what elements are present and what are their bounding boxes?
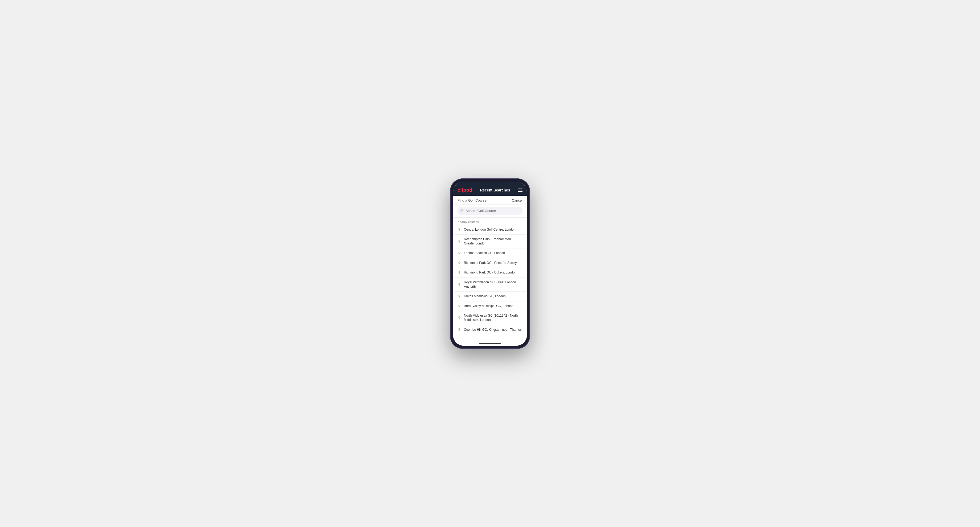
cancel-button[interactable]: Cancel [512,198,522,202]
home-indicator [453,341,527,346]
course-name: North Middlesex GC (1011942 - North Midd… [464,314,522,322]
location-pin-icon [458,228,461,232]
status-bar [453,182,527,185]
course-name: London Scottish GC, London [464,251,505,256]
location-pin-icon [458,316,461,320]
nav-title: Recent Searches [480,188,510,192]
search-icon [460,209,464,213]
search-container [453,205,527,217]
svg-line-1 [463,211,464,212]
nearby-label: Nearby courses [453,217,527,225]
menu-icon[interactable] [518,189,522,192]
course-name: Dukes Meadows GC, London [464,294,506,298]
app-logo: clippd [458,187,473,193]
list-item[interactable]: Brent Valley Municipal GC, London [453,302,527,311]
list-item[interactable]: Roehampton Club - Roehampton, Greater Lo… [453,235,527,248]
list-item[interactable]: Coombe Hill GC, Kingston upon Thames [453,325,527,335]
list-item[interactable]: Richmond Park GC - Prince's, Surrey [453,258,527,268]
list-item[interactable]: London Scottish GC, London [453,248,527,258]
location-pin-icon [458,261,461,265]
course-name: Roehampton Club - Roehampton, Greater Lo… [464,237,522,246]
list-item[interactable]: Royal Wimbledon GC, Great London Authori… [453,278,527,292]
list-item[interactable]: North Middlesex GC (1011942 - North Midd… [453,311,527,325]
content-area: Find a Golf Course Cancel Nearby courses [453,196,527,346]
search-box[interactable] [458,207,522,214]
find-header: Find a Golf Course Cancel [453,196,527,205]
location-pin-icon [458,328,461,332]
nearby-section: Nearby courses Central London Golf Centr… [453,217,527,341]
location-pin-icon [458,295,461,298]
course-name: Central London Golf Centre, London [464,228,515,232]
list-item[interactable]: Richmond Park GC - Duke's, London [453,268,527,278]
course-list: Central London Golf Centre, London Roeha… [453,225,527,335]
location-pin-icon [458,251,461,255]
location-pin-icon [458,283,461,287]
course-name: Coombe Hill GC, Kingston upon Thames [464,328,522,332]
location-pin-icon [458,305,461,308]
course-name: Richmond Park GC - Duke's, London [464,271,516,275]
location-pin-icon [458,271,461,275]
location-pin-icon [458,240,461,243]
search-input[interactable] [466,209,520,213]
nav-bar: clippd Recent Searches [453,185,527,196]
course-name: Royal Wimbledon GC, Great London Authori… [464,280,522,289]
home-bar [479,343,501,344]
course-name: Brent Valley Municipal GC, London [464,304,514,308]
phone-screen: clippd Recent Searches Find a Golf Cours… [453,182,527,346]
find-title: Find a Golf Course [458,198,487,202]
course-name: Richmond Park GC - Prince's, Surrey [464,261,517,265]
list-item[interactable]: Dukes Meadows GC, London [453,292,527,302]
list-item[interactable]: Central London Golf Centre, London [453,225,527,235]
phone-frame: clippd Recent Searches Find a Golf Cours… [450,178,530,349]
